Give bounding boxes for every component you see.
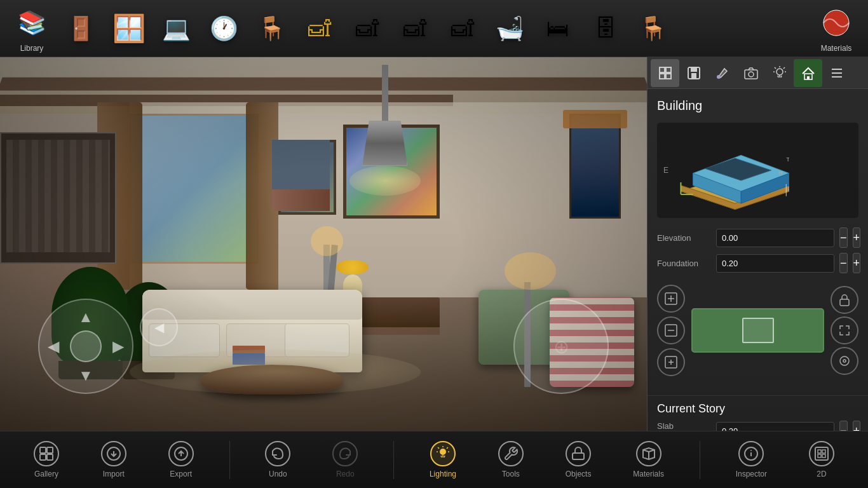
lighting-icon xyxy=(430,441,456,466)
sidebar-item-library[interactable]: 📚 Library xyxy=(6,1,57,56)
panel-tool-camera[interactable] xyxy=(736,59,765,87)
chair-white-icon: 🪑 xyxy=(639,15,667,42)
furniture-item-clock[interactable]: 🕐 xyxy=(200,3,248,54)
right-actions-group xyxy=(831,286,858,375)
pan-button[interactable]: ◀ xyxy=(140,308,178,346)
materials-bottom-icon xyxy=(636,441,661,466)
action-buttons-row xyxy=(657,278,858,383)
expand-button[interactable] xyxy=(831,316,858,344)
foundation-increase-button[interactable]: + xyxy=(853,253,861,273)
furniture-item-chair-white[interactable]: 🪑 xyxy=(629,3,677,54)
left-actions-group xyxy=(657,285,685,376)
arrow-up-icon: ▲ xyxy=(78,308,93,326)
lock-button[interactable] xyxy=(831,286,858,314)
svg-rect-40 xyxy=(40,447,46,453)
elevation-label-e: E xyxy=(663,166,668,175)
gallery-label: Gallery xyxy=(34,470,58,478)
furniture-item-bathtub[interactable]: 🛁 xyxy=(486,3,534,54)
svg-rect-6 xyxy=(691,67,697,72)
import-icon xyxy=(101,441,126,466)
elevation-input[interactable] xyxy=(716,229,834,247)
separator-2 xyxy=(393,441,394,479)
furniture-item-sofa-beige[interactable]: 🛋 xyxy=(391,3,438,54)
current-story-title: Current Story xyxy=(657,402,858,416)
furniture-item-sofa-yellow[interactable]: 🛋 xyxy=(438,3,486,54)
furniture-item-door[interactable]: 🚪 xyxy=(57,3,105,54)
panel-tool-list[interactable] xyxy=(822,59,851,87)
elevation-label: Elevation xyxy=(657,233,711,243)
elevation-decrease-button[interactable]: − xyxy=(839,227,848,248)
svg-rect-9 xyxy=(745,70,757,79)
2d-icon xyxy=(809,441,834,466)
panel-tool-paint[interactable] xyxy=(708,59,736,87)
tools-label: Tools xyxy=(502,470,520,478)
furniture-item-bed[interactable]: 🛏 xyxy=(534,3,581,54)
elevation-increase-button[interactable]: + xyxy=(853,227,861,248)
bottom-item-gallery[interactable]: Gallery xyxy=(24,438,69,482)
furniture-item-laptop[interactable]: 💻 xyxy=(153,3,200,54)
door-icon: 🚪 xyxy=(67,15,95,42)
bottom-item-lighting[interactable]: Lighting xyxy=(420,438,466,482)
materials-label: Materials xyxy=(821,44,852,53)
inspector-label: Inspector xyxy=(736,470,767,478)
add-story-button[interactable] xyxy=(657,285,685,313)
import-label: Import xyxy=(103,470,125,478)
materials-bottom-label: Materials xyxy=(633,470,664,478)
building-diagram: E xyxy=(657,123,858,218)
joystick-center xyxy=(70,330,102,362)
furniture-item-dresser[interactable]: 🗄 xyxy=(581,3,629,54)
foundation-decrease-button[interactable]: − xyxy=(839,253,848,273)
bed-icon: 🛏 xyxy=(546,15,569,42)
bottom-item-redo[interactable]: Redo xyxy=(323,438,367,482)
clock-icon: 🕐 xyxy=(210,15,238,42)
foundation-input[interactable] xyxy=(716,254,834,273)
furniture-item-window[interactable]: 🪟 xyxy=(105,3,153,54)
bottom-item-undo[interactable]: Undo xyxy=(255,438,300,482)
tools-icon xyxy=(498,441,524,466)
nav-joystick-left[interactable]: ▲ ▼ ◀ ▶ xyxy=(38,299,133,394)
lighting-label: Lighting xyxy=(430,470,456,478)
viewport[interactable]: ▲ ▼ ◀ ▶ ◀ ⊕ xyxy=(0,57,647,432)
bottom-item-tools[interactable]: Tools xyxy=(489,438,533,482)
furniture-item-chair-red[interactable]: 🪑 xyxy=(248,3,295,54)
svg-rect-55 xyxy=(818,454,821,458)
elevation-row: Elevation − + xyxy=(657,227,858,248)
furniture-item-armchair-yellow[interactable]: 🛋 xyxy=(295,3,343,54)
dresser-icon: 🗄 xyxy=(594,15,617,42)
library-label: Library xyxy=(20,44,44,53)
bottom-item-export[interactable]: Export xyxy=(159,438,203,482)
svg-point-39 xyxy=(843,360,846,362)
panel-tool-home[interactable] xyxy=(794,59,822,87)
panel-tool-select[interactable] xyxy=(651,59,679,87)
furniture-item-sofa-pink[interactable]: 🛋 xyxy=(343,3,391,54)
bottom-item-materials[interactable]: Materials xyxy=(623,438,674,482)
bottom-toolbar: Gallery Import Export Undo Redo Light xyxy=(0,431,868,488)
settings-button[interactable] xyxy=(831,347,858,375)
svg-point-46 xyxy=(440,449,446,455)
svg-point-10 xyxy=(749,72,754,77)
bottom-item-import[interactable]: Import xyxy=(92,438,136,482)
right-panel: Building E xyxy=(647,57,868,432)
arrow-left-icon: ◀ xyxy=(48,337,59,355)
separator-3 xyxy=(700,441,700,479)
2d-label: 2D xyxy=(817,470,826,478)
sidebar-item-materials[interactable]: Materials xyxy=(811,1,862,56)
svg-rect-37 xyxy=(840,299,849,306)
inspector-icon xyxy=(738,441,764,466)
panel-tool-light[interactable] xyxy=(765,59,794,87)
panel-tool-save[interactable] xyxy=(679,59,708,87)
move-story-button[interactable] xyxy=(657,316,685,344)
undo-label: Undo xyxy=(269,470,287,478)
svg-rect-1 xyxy=(660,67,665,72)
undo-icon xyxy=(265,441,290,466)
svg-rect-52 xyxy=(815,447,828,460)
bottom-item-objects[interactable]: Objects xyxy=(556,438,601,482)
copy-story-button[interactable] xyxy=(657,348,685,376)
bottom-item-inspector[interactable]: Inspector xyxy=(726,438,776,482)
svg-text:H: H xyxy=(778,169,783,176)
foundation-row: Foundation − + xyxy=(657,253,858,273)
nav-joystick-right[interactable]: ⊕ xyxy=(513,299,609,394)
floor-plan-room xyxy=(742,318,774,343)
bottom-item-2d[interactable]: 2D xyxy=(799,438,844,482)
floor-plan-preview[interactable] xyxy=(691,308,824,353)
